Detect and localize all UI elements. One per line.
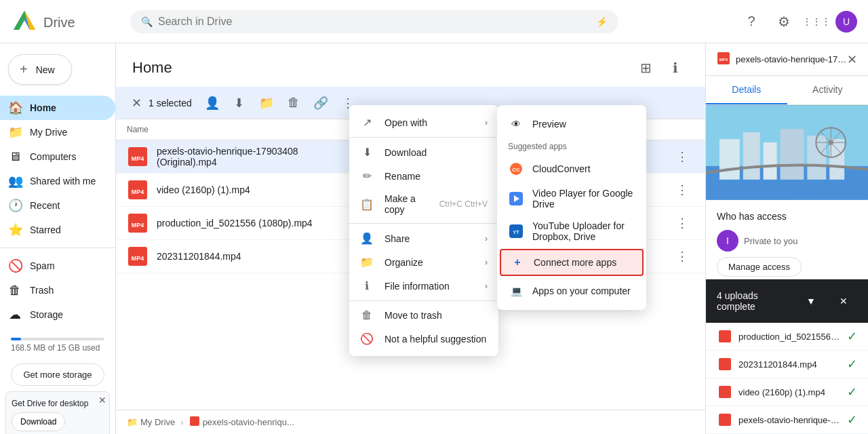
sidebar-item-spam[interactable]: 🚫 Spam bbox=[0, 254, 115, 278]
file-info-icon: ℹ bbox=[360, 279, 374, 292]
file-more-button[interactable]: ⋮ bbox=[670, 144, 694, 169]
context-download[interactable]: ⬇ Download bbox=[349, 140, 498, 164]
file-more-button[interactable]: ⋮ bbox=[670, 244, 694, 269]
svg-text:YT: YT bbox=[513, 230, 520, 235]
share-toolbar-button[interactable]: 👤 bbox=[200, 91, 224, 115]
preview-label: Preview bbox=[532, 119, 566, 130]
sidebar-item-trash[interactable]: 🗑 Trash bbox=[0, 278, 115, 302]
youtube-uploader-icon: YT bbox=[508, 223, 524, 239]
topbar: Drive 🔍 ⚡ ? ⚙ ⋮⋮⋮ U bbox=[0, 0, 868, 43]
connect-apps-icon: + bbox=[509, 254, 526, 271]
uploads-panel: 4 uploads complete ▼ ✕ production_id_502… bbox=[706, 279, 868, 434]
storage-section: 168.5 MB of 15 GB used bbox=[0, 327, 115, 358]
get-link-button[interactable]: 🔗 bbox=[309, 91, 333, 115]
svg-rect-23 bbox=[781, 129, 804, 180]
svg-text:MP4: MP4 bbox=[132, 222, 144, 229]
recent-icon: 🕐 bbox=[8, 198, 22, 213]
context-organize[interactable]: 📁 Organize › bbox=[349, 250, 498, 274]
submenu-preview[interactable]: 👁 Preview bbox=[497, 111, 646, 138]
file-more-button[interactable]: ⋮ bbox=[670, 211, 694, 235]
panel-tabs: Details Activity bbox=[706, 76, 868, 105]
upload-file-icon bbox=[717, 384, 733, 400]
collapse-uploads-button[interactable]: ▼ bbox=[797, 288, 825, 315]
my-drive-breadcrumb-icon: 📁 bbox=[127, 417, 138, 427]
sidebar-item-computers[interactable]: 🖥 Computers bbox=[0, 144, 115, 169]
svg-text:MP4: MP4 bbox=[132, 255, 144, 262]
svg-text:MP4: MP4 bbox=[719, 58, 728, 62]
storage-text: 168.5 MB of 15 GB used bbox=[11, 343, 104, 353]
search-filter-icon[interactable]: ⚡ bbox=[596, 16, 608, 27]
search-bar[interactable]: 🔍 ⚡ bbox=[130, 10, 618, 33]
submenu-apps-on-computer[interactable]: 💻 Apps on your computer bbox=[497, 277, 646, 304]
sidebar-item-starred[interactable]: ⭐ Starred bbox=[0, 218, 115, 242]
context-menu: ↗ Open with › ⬇ Download ✏ Rename 📋 Make… bbox=[349, 105, 498, 356]
connect-apps-label: Connect more apps bbox=[534, 257, 616, 268]
sidebar-item-spam-label: Spam bbox=[30, 260, 55, 271]
home-icon: 🏠 bbox=[8, 100, 22, 115]
download-toolbar-button[interactable]: ⬇ bbox=[227, 91, 252, 115]
context-share[interactable]: 👤 Share › bbox=[349, 226, 498, 250]
context-move-trash[interactable]: 🗑 Move to trash bbox=[349, 304, 498, 327]
panel-close-button[interactable]: ✕ bbox=[847, 52, 857, 67]
help-button[interactable]: ? bbox=[738, 8, 765, 35]
breadcrumb-my-drive[interactable]: 📁 My Drive bbox=[127, 417, 175, 427]
upload-item: video (2160p) (1).mp4 ✓ bbox=[706, 378, 868, 406]
submenu-cloudconvert[interactable]: CC CloudConvert bbox=[497, 155, 646, 182]
sidebar-item-storage[interactable]: ☁ Storage bbox=[0, 302, 115, 327]
context-open-with[interactable]: ↗ Open with › bbox=[349, 111, 498, 134]
close-banner-button[interactable]: ✕ bbox=[98, 395, 106, 406]
sidebar-item-home[interactable]: 🏠 Home bbox=[0, 96, 115, 120]
activity-tab[interactable]: Activity bbox=[787, 76, 869, 104]
file-more-button[interactable]: ⋮ bbox=[670, 178, 694, 202]
avatar[interactable]: U bbox=[835, 11, 857, 33]
share-icon: 👤 bbox=[360, 232, 374, 245]
settings-button[interactable]: ⚙ bbox=[770, 8, 797, 35]
video-player-label: Video Player for Google Drive bbox=[532, 188, 635, 210]
upload-item: production_id_5021556 (1080p).mp4 ✓ bbox=[706, 323, 868, 351]
share-label: Share bbox=[384, 233, 474, 244]
search-input[interactable] bbox=[158, 16, 591, 28]
move-trash-icon: 🗑 bbox=[360, 309, 374, 321]
submenu-youtube-uploader[interactable]: YT YouTube Uploader for Dropbox, Drive bbox=[497, 215, 646, 248]
upload-item: pexels-otavio-henrique-17903408 (Ori... … bbox=[706, 406, 868, 434]
sidebar-item-starred-label: Starred bbox=[30, 224, 61, 235]
breadcrumb-file[interactable]: pexels-otavio-henriqu... bbox=[189, 416, 294, 429]
manage-access-button[interactable]: Manage access bbox=[717, 257, 802, 277]
add-to-drive-button[interactable]: 📁 bbox=[254, 91, 279, 115]
upload-item: 202311201844.mp4 ✓ bbox=[706, 351, 868, 378]
details-tab[interactable]: Details bbox=[706, 76, 787, 104]
close-uploads-button[interactable]: ✕ bbox=[830, 288, 857, 315]
submenu-video-player[interactable]: Video Player for Google Drive bbox=[497, 182, 646, 215]
sidebar-item-my-drive[interactable]: 📁 My Drive bbox=[0, 120, 115, 144]
context-not-helpful[interactable]: 🚫 Not a helpful suggestion bbox=[349, 327, 498, 351]
get-drive-banner: ✕ Get Drive for desktop Download bbox=[5, 391, 110, 434]
context-file-info[interactable]: ℹ File information › bbox=[349, 274, 498, 298]
grid-view-button[interactable]: ⊞ bbox=[632, 54, 659, 81]
svg-rect-35 bbox=[719, 414, 731, 426]
upload-name: 202311201844.mp4 bbox=[738, 359, 842, 370]
sidebar-item-trash-label: Trash bbox=[30, 285, 54, 296]
access-user: I Private to you bbox=[717, 230, 857, 252]
sidebar-item-recent[interactable]: 🕐 Recent bbox=[0, 193, 115, 218]
get-more-storage-button[interactable]: Get more storage bbox=[11, 363, 104, 386]
rename-icon: ✏ bbox=[360, 170, 374, 182]
sidebar-item-home-label: Home bbox=[30, 102, 56, 113]
apps-computer-label: Apps on your computer bbox=[532, 285, 631, 296]
submenu-connect-apps[interactable]: + Connect more apps bbox=[500, 249, 644, 276]
delete-toolbar-button[interactable]: 🗑 bbox=[281, 91, 306, 115]
context-copy[interactable]: 📋 Make a copy Ctrl+C Ctrl+V bbox=[349, 188, 498, 220]
deselect-button[interactable]: ✕ bbox=[127, 94, 146, 113]
file-info-arrow: › bbox=[485, 281, 488, 291]
sidebar-item-shared[interactable]: 👥 Shared with me bbox=[0, 169, 115, 193]
new-btn-label: New bbox=[36, 64, 55, 75]
new-button[interactable]: + New bbox=[8, 54, 72, 85]
uploads-title: 4 uploads complete bbox=[717, 290, 797, 312]
download-drive-button[interactable]: Download bbox=[12, 412, 65, 431]
not-helpful-label: Not a helpful suggestion bbox=[384, 334, 488, 344]
context-rename[interactable]: ✏ Rename bbox=[349, 164, 498, 188]
file-name: video (2160p) (1).mp4 bbox=[157, 184, 358, 195]
apps-button[interactable]: ⋮⋮⋮ bbox=[803, 8, 830, 35]
access-title: Who has access bbox=[717, 211, 857, 222]
panel-file-name: pexels-otavio-henrique-17903408 (Ori... bbox=[736, 54, 847, 64]
info-button[interactable]: ℹ bbox=[662, 54, 689, 81]
